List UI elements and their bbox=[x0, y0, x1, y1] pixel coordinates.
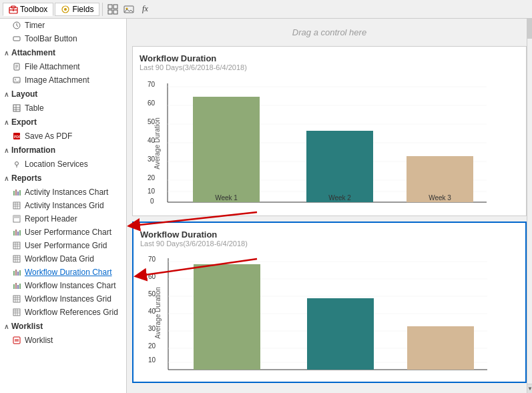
svg-text:60: 60 bbox=[148, 273, 156, 280]
toolbox-tab-label: Toolbox bbox=[20, 5, 47, 14]
content-scroll[interactable]: Drag a control here Workflow Duration La… bbox=[127, 19, 532, 393]
svg-text:0: 0 bbox=[150, 198, 154, 205]
worklist-chevron: ∧ bbox=[4, 323, 9, 330]
toolbox-tab[interactable]: Toolbox bbox=[3, 3, 53, 16]
location-icon bbox=[12, 159, 21, 169]
svg-rect-68 bbox=[13, 309, 20, 316]
toolbar-button-label: ToolBar Button bbox=[25, 34, 77, 43]
svg-text:Average Duration: Average Duration bbox=[154, 287, 162, 339]
sidebar-scroll[interactable]: Timer ToolBar Button ∧ Attachment bbox=[0, 19, 126, 393]
svg-rect-62 bbox=[19, 284, 21, 289]
svg-rect-61 bbox=[17, 285, 19, 289]
grid-view-button[interactable] bbox=[105, 2, 120, 17]
layout-section-label: Layout bbox=[11, 89, 37, 99]
fields-tab[interactable]: Fields bbox=[55, 3, 99, 16]
timer-label: Timer bbox=[25, 21, 45, 30]
svg-line-14 bbox=[17, 25, 18, 27]
svg-text:10: 10 bbox=[148, 356, 156, 364]
sidebar-item-location-services[interactable]: Location Services bbox=[0, 157, 126, 171]
sidebar-item-activity-instances-chart[interactable]: Activity Instances Chart bbox=[0, 185, 126, 199]
svg-rect-6 bbox=[108, 5, 112, 9]
grid-icon-2 bbox=[12, 241, 21, 250]
content-area: Drag a control here Workflow Duration La… bbox=[127, 19, 532, 393]
bar-chart-icon-3 bbox=[12, 268, 21, 277]
fx-icon: fx bbox=[142, 4, 148, 14]
svg-text:PDF: PDF bbox=[14, 135, 21, 139]
svg-rect-57 bbox=[17, 272, 19, 276]
fields-tab-label: Fields bbox=[72, 5, 93, 14]
right-scrollbar[interactable]: ▼ bbox=[527, 19, 532, 393]
sidebar-item-workflow-instances-chart[interactable]: Workflow Instances Chart bbox=[0, 279, 126, 292]
svg-rect-55 bbox=[13, 271, 15, 276]
reports-section-header[interactable]: ∧ Reports bbox=[0, 171, 126, 185]
svg-rect-100 bbox=[306, 131, 373, 202]
bar-chart-icon-2 bbox=[12, 228, 21, 237]
sidebar-item-activity-instances-grid[interactable]: Activity Instances Grid bbox=[0, 199, 126, 212]
svg-rect-31 bbox=[15, 189, 17, 195]
sidebar-item-worklist[interactable]: Worklist bbox=[0, 334, 126, 347]
user-performance-grid-label: User Performance Grid bbox=[25, 241, 107, 250]
workflow-references-grid-label: Workflow References Grid bbox=[25, 308, 118, 317]
svg-rect-98 bbox=[193, 97, 260, 202]
scrollbar-thumb[interactable] bbox=[527, 19, 532, 39]
drop-zone-text: Drag a control here bbox=[292, 27, 366, 37]
table-icon bbox=[12, 103, 21, 113]
svg-rect-42 bbox=[15, 230, 17, 236]
image-view-button[interactable] bbox=[121, 2, 136, 17]
svg-text:10: 10 bbox=[148, 187, 156, 195]
svg-rect-44 bbox=[19, 230, 21, 236]
information-section-label: Information bbox=[11, 145, 55, 155]
worklist-section-header[interactable]: ∧ Worklist bbox=[0, 319, 126, 334]
sidebar-item-save-as-pdf[interactable]: PDF Save As PDF bbox=[0, 129, 126, 143]
report-header-icon bbox=[12, 214, 21, 224]
svg-rect-122 bbox=[307, 298, 374, 370]
sidebar-item-workflow-instances-grid[interactable]: Workflow Instances Grid bbox=[0, 292, 126, 306]
grid-icon-1 bbox=[12, 201, 21, 210]
sidebar-item-user-performance-grid[interactable]: User Performance Grid bbox=[0, 239, 126, 252]
export-chevron: ∧ bbox=[4, 119, 9, 126]
grid-icon-3 bbox=[12, 254, 21, 264]
workflow-instances-chart-label: Workflow Instances Chart bbox=[25, 281, 116, 290]
scroll-down-arrow[interactable]: ▼ bbox=[527, 384, 532, 393]
svg-text:Week 1: Week 1 bbox=[215, 194, 238, 202]
image-attach-icon bbox=[12, 75, 21, 85]
sidebar: Timer ToolBar Button ∧ Attachment bbox=[0, 19, 127, 393]
sidebar-item-user-performance-chart[interactable]: User Performance Chart bbox=[0, 226, 126, 239]
sidebar-item-report-header[interactable]: Report Header bbox=[0, 212, 126, 226]
sidebar-item-toolbar-button[interactable]: ToolBar Button bbox=[0, 32, 126, 45]
svg-rect-8 bbox=[108, 10, 112, 14]
reports-section-label: Reports bbox=[11, 173, 41, 183]
sidebar-item-table[interactable]: Table bbox=[0, 101, 126, 115]
sidebar-item-workflow-data-grid[interactable]: Workflow Data Grid bbox=[0, 252, 126, 266]
svg-rect-43 bbox=[17, 232, 19, 236]
chart-2[interactable]: Workflow Duration Last 90 Days(3/6/2018-… bbox=[132, 222, 527, 383]
attachment-section-header[interactable]: ∧ Attachment bbox=[0, 45, 126, 60]
file-icon bbox=[12, 62, 21, 71]
table-label: Table bbox=[25, 103, 44, 113]
chart-1[interactable]: Workflow Duration Last 90 Days(3/6/2018-… bbox=[132, 46, 527, 216]
attachment-section-label: Attachment bbox=[11, 48, 55, 57]
fx-button[interactable]: fx bbox=[138, 2, 152, 17]
grid-icon-4 bbox=[12, 294, 21, 304]
svg-text:20: 20 bbox=[148, 342, 156, 350]
sidebar-item-timer[interactable]: Timer bbox=[0, 19, 126, 32]
export-section-header[interactable]: ∧ Export bbox=[0, 115, 126, 129]
top-toolbar: Toolbox Fields bbox=[0, 0, 532, 19]
svg-rect-121 bbox=[194, 264, 260, 370]
activity-instances-chart-label: Activity Instances Chart bbox=[25, 187, 108, 197]
sidebar-item-workflow-duration-chart[interactable]: Workflow Duration Chart bbox=[0, 266, 126, 279]
fields-icon bbox=[61, 5, 70, 14]
sidebar-item-workflow-references-grid[interactable]: Workflow References Grid bbox=[0, 306, 126, 319]
attachment-chevron: ∧ bbox=[4, 49, 9, 57]
worklist-section-label: Worklist bbox=[11, 322, 43, 331]
svg-rect-30 bbox=[13, 191, 15, 195]
worklist-icon bbox=[12, 336, 21, 345]
layout-section-header[interactable]: ∧ Layout bbox=[0, 87, 126, 101]
svg-text:70: 70 bbox=[148, 81, 156, 88]
svg-point-5 bbox=[64, 8, 67, 11]
svg-point-28 bbox=[15, 162, 19, 165]
sidebar-item-image-attachment[interactable]: Image Attachment bbox=[0, 73, 126, 87]
export-section-label: Export bbox=[11, 117, 37, 127]
sidebar-item-file-attachment[interactable]: File Attachment bbox=[0, 60, 126, 73]
information-section-header[interactable]: ∧ Information bbox=[0, 143, 126, 157]
